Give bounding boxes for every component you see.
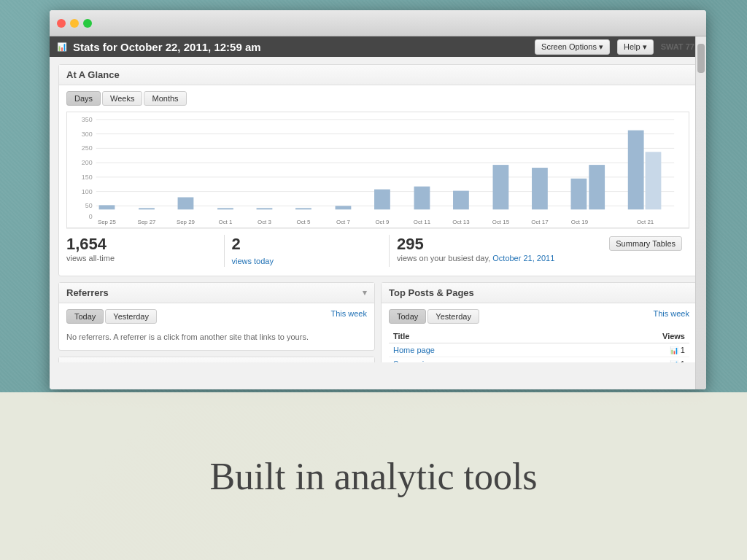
views-today-link[interactable]: views today <box>232 257 274 265</box>
search-engine-widget: Search Engine Terms <box>58 357 375 362</box>
svg-rect-16 <box>139 208 155 209</box>
svg-rect-29 <box>628 131 644 210</box>
stats-chart: 350 300 250 200 150 100 50 0 <box>66 112 689 228</box>
maximize-button[interactable] <box>83 19 92 28</box>
bottom-panel: Built in analytic tools <box>0 392 747 560</box>
referrers-tab-yesterday[interactable]: Yesterday <box>105 309 157 324</box>
all-time-label: views all-time <box>66 254 209 262</box>
all-time-count: 1,654 <box>66 235 209 254</box>
post-views-cell: 📊 1 <box>633 357 689 363</box>
svg-rect-25 <box>493 165 509 209</box>
top-posts-widget: Top Posts & Pages Today Yesterday This w… <box>381 282 697 362</box>
table-row: Symposium 📊 1 <box>389 357 689 363</box>
svg-rect-21 <box>336 206 352 209</box>
table-row: Home page 📊 1 <box>389 343 689 357</box>
title-column-header: Title <box>389 330 633 343</box>
top-posts-this-week-link[interactable]: This week <box>653 309 689 324</box>
svg-rect-23 <box>414 187 430 210</box>
summary-tables-button[interactable]: Summary Tables <box>609 236 682 251</box>
referrers-header: Referrers ▾ <box>59 283 374 303</box>
scrollbar[interactable] <box>695 36 706 389</box>
svg-rect-20 <box>295 208 311 209</box>
svg-text:Oct 19: Oct 19 <box>571 219 589 225</box>
topbar-left: 📊 Stats for October 22, 2011, 12:59 am <box>57 41 261 53</box>
divider-1 <box>224 235 225 267</box>
at-a-glance-widget: At A Glance Days Weeks Months <box>58 64 697 276</box>
svg-text:0: 0 <box>89 213 93 220</box>
busiest-label: views on your busiest day, October 21, 2… <box>397 254 554 262</box>
top-posts-tabs: Today Yesterday This week <box>389 309 689 324</box>
post-title-cell: Symposium <box>389 357 633 363</box>
divider-2 <box>389 235 390 267</box>
stats-numbers-row: 1,654 views all-time 2 views today 295 <box>66 228 689 270</box>
referrers-tabs: Today Yesterday This week <box>66 309 367 324</box>
svg-text:Oct 1: Oct 1 <box>218 219 233 225</box>
search-engine-header: Search Engine Terms <box>59 357 374 362</box>
svg-rect-22 <box>374 190 390 210</box>
tab-days[interactable]: Days <box>66 91 101 106</box>
top-posts-body: Today Yesterday This week Title Views <box>382 303 697 362</box>
svg-text:Oct 21: Oct 21 <box>637 219 654 225</box>
top-posts-tab-yesterday[interactable]: Yesterday <box>427 309 479 324</box>
referrers-this-week-link[interactable]: This week <box>330 309 367 324</box>
busiest-count: 295 <box>397 235 554 254</box>
svg-text:300: 300 <box>82 131 93 138</box>
scrollbar-thumb <box>697 44 705 73</box>
top-posts-header: Top Posts & Pages <box>382 283 697 303</box>
top-posts-column: Top Posts & Pages Today Yesterday This w… <box>381 282 697 362</box>
svg-text:Sep 27: Sep 27 <box>137 219 155 225</box>
svg-text:Sep 25: Sep 25 <box>98 219 117 225</box>
bottom-text: Built in analytic tools <box>209 455 537 498</box>
swat-label: SWAT 771 <box>661 42 699 51</box>
stats-icon: 📊 <box>57 42 67 52</box>
minimize-button[interactable] <box>70 19 79 28</box>
svg-text:Oct 3: Oct 3 <box>258 219 272 225</box>
svg-text:Oct 15: Oct 15 <box>492 219 510 225</box>
symposium-link[interactable]: Symposium <box>393 359 435 362</box>
svg-text:250: 250 <box>82 144 93 152</box>
today-views: 2 views today <box>232 235 382 267</box>
at-a-glance-header: At A Glance <box>59 65 697 85</box>
top-posts-tab-today[interactable]: Today <box>389 309 426 324</box>
tab-weeks[interactable]: Weeks <box>102 91 142 106</box>
views-column-header: Views <box>633 330 689 343</box>
referrers-widget: Referrers ▾ Today Yesterday This week <box>58 282 375 351</box>
browser-window: 📊 Stats for October 22, 2011, 12:59 am S… <box>50 10 706 389</box>
wp-admin: 📊 Stats for October 22, 2011, 12:59 am S… <box>50 36 706 389</box>
svg-text:100: 100 <box>82 188 93 195</box>
svg-text:350: 350 <box>82 116 93 123</box>
post-title-cell: Home page <box>389 343 633 357</box>
referrers-tab-today[interactable]: Today <box>66 309 104 324</box>
svg-rect-15 <box>99 205 115 209</box>
svg-text:Oct 7: Oct 7 <box>336 219 350 225</box>
post-views-cell: 📊 1 <box>633 343 689 357</box>
help-button[interactable]: Help ▾ <box>617 39 654 55</box>
home-page-link[interactable]: Home page <box>393 346 435 354</box>
svg-text:Oct 5: Oct 5 <box>296 219 311 225</box>
busiest-day-link[interactable]: October 21, 2011 <box>492 254 554 262</box>
browser-chrome <box>50 10 706 36</box>
stats-page-title: Stats for October 22, 2011, 12:59 am <box>73 41 261 53</box>
at-a-glance-body: Days Weeks Months <box>59 85 697 276</box>
svg-text:150: 150 <box>82 174 93 181</box>
bar-chart-icon-2: 📊 <box>670 360 678 362</box>
referrers-notice: No referrers. A referrer is a click from… <box>66 330 367 344</box>
two-col-section: Referrers ▾ Today Yesterday This week <box>58 282 697 362</box>
referrers-column: Referrers ▾ Today Yesterday This week <box>58 282 375 362</box>
svg-text:Oct 9: Oct 9 <box>375 219 390 225</box>
all-time-views: 1,654 views all-time <box>66 235 217 267</box>
svg-rect-30 <box>646 152 662 209</box>
busiest-day-views: 295 views on your busiest day, October 2… <box>397 235 689 267</box>
bar-chart-icon: 📊 <box>670 346 678 354</box>
tab-months[interactable]: Months <box>144 91 186 106</box>
screen-options-button[interactable]: Screen Options ▾ <box>535 39 610 55</box>
stats-content: At A Glance Days Weeks Months <box>50 57 706 362</box>
svg-text:Oct 11: Oct 11 <box>414 219 431 225</box>
chart-svg: 350 300 250 200 150 100 50 0 <box>67 112 689 228</box>
svg-rect-26 <box>532 168 548 209</box>
today-count: 2 <box>232 235 375 254</box>
svg-text:Sep 29: Sep 29 <box>177 219 196 225</box>
period-tabs: Days Weeks Months <box>66 91 689 106</box>
svg-rect-24 <box>453 191 469 210</box>
close-button[interactable] <box>57 19 66 28</box>
